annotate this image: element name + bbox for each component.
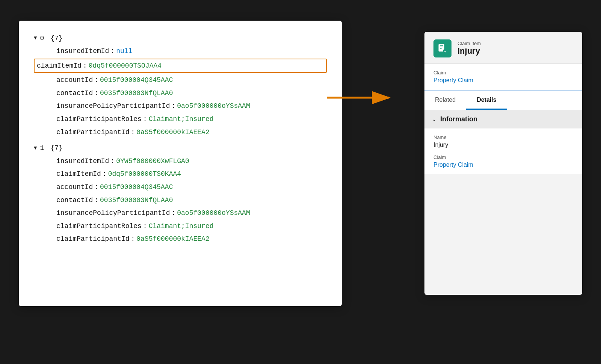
chevron-down-icon: ⌄ — [432, 116, 436, 122]
claim-item-icon: + — [433, 39, 452, 57]
svg-rect-4 — [440, 47, 443, 47]
field-claimItemId-1: claimItemId : 0dq5f000000TS0KAA4 — [34, 168, 327, 181]
bracket-0: {7} — [50, 33, 62, 44]
item-0-header: ▼ 0 {7} — [34, 32, 327, 45]
claim-section: Claim Property Claim — [424, 63, 582, 90]
svg-rect-3 — [440, 45, 443, 46]
bracket-1: {7} — [50, 142, 62, 154]
val-claimItemId-0: 0dq5f000000TSOJAA4 — [89, 60, 162, 72]
field-contactId-1: contactId : 0035f000003NfQLAA0 — [34, 194, 327, 207]
claim-field-label: Claim — [433, 70, 573, 76]
svg-rect-5 — [440, 48, 442, 48]
panel-title-block: Claim Item Injury — [458, 41, 481, 56]
field-claimParticipantRoles-0: claimParticipantRoles : Claimant;Insured — [34, 113, 327, 126]
val-contactId-1: 0035f000003NfQLAA0 — [100, 195, 173, 206]
name-field-value: Injury — [433, 142, 573, 148]
index-1: 1 — [40, 142, 47, 154]
val-claimItemId-1: 0dq5f000000TS0KAA4 — [108, 168, 181, 180]
val-claimParticipantRoles-0: Claimant;Insured — [149, 113, 214, 125]
claim-field-label-body: Claim — [433, 154, 573, 160]
val-insurancePolicyParticipantId-1: 0ao5f000000oYSsAAM — [177, 207, 250, 219]
key-claimParticipantId-1: claimParticipantId — [56, 233, 129, 245]
expand-arrow-0[interactable]: ▼ — [34, 34, 37, 43]
val-claimParticipantId-1: 0aS5f000000kIAEEA2 — [136, 233, 209, 245]
val-accountId-1: 0015f000004Q345AAC — [100, 181, 173, 193]
key-insuredItemId-1: insuredItemId — [56, 156, 109, 167]
key-claimParticipantId-0: claimParticipantId — [56, 127, 129, 138]
claim-link-body[interactable]: Property Claim — [433, 162, 473, 168]
field-insurancePolicyParticipantId-0: insurancePolicyParticipantId : 0ao5f0000… — [34, 100, 327, 113]
key-insurancePolicyParticipantId-1: insurancePolicyParticipantId — [56, 207, 170, 219]
field-accountId-1: accountId : 0015f000004Q345AAC — [34, 181, 327, 194]
claim-link-top[interactable]: Property Claim — [433, 77, 473, 83]
claim-item-svg-icon: + — [437, 43, 448, 54]
field-claimParticipantRoles-1: claimParticipantRoles : Claimant;Insured — [34, 220, 327, 233]
key-claimParticipantRoles-0: claimParticipantRoles — [56, 113, 142, 125]
key-accountId-0: accountId — [56, 74, 93, 86]
field-claimItemId-0-highlighted: claimItemId : 0dq5f000000TSOJAA4 — [34, 59, 327, 73]
side-panel: + Claim Item Injury Claim Property Claim… — [424, 32, 582, 295]
field-contactId-0: contactId : 0035f000003NfQLAA0 — [34, 87, 327, 100]
info-header[interactable]: ⌄ Information — [424, 110, 582, 128]
name-field-label: Name — [433, 134, 573, 140]
key-accountId-1: accountId — [56, 181, 93, 193]
field-claimParticipantId-0: claimParticipantId : 0aS5f000000kIAEEA2 — [34, 126, 327, 139]
val-insuredItemId-0: null — [116, 45, 132, 57]
key-claimParticipantRoles-1: claimParticipantRoles — [56, 221, 142, 232]
svg-text:+: + — [444, 50, 446, 53]
val-accountId-0: 0015f000004Q345AAC — [100, 74, 173, 86]
field-insuredItemId-0: insuredItemId : null — [34, 45, 327, 58]
json-panel: ▼ 0 {7} insuredItemId : null claimItemId… — [19, 21, 342, 306]
val-claimParticipantId-0: 0aS5f000000kIAEEA2 — [136, 127, 209, 138]
tabs-row: Related Details — [424, 91, 582, 110]
index-0: 0 — [40, 33, 47, 44]
key-insuredItemId-0: insuredItemId — [56, 45, 109, 57]
field-claimParticipantId-1: claimParticipantId : 0aS5f000000kIAEEA2 — [34, 233, 327, 246]
tab-related[interactable]: Related — [424, 91, 466, 110]
field-accountId-0: accountId : 0015f000004Q345AAC — [34, 74, 327, 87]
val-claimParticipantRoles-1: Claimant;Insured — [149, 221, 214, 232]
key-claimItemId-0: claimItemId — [37, 60, 82, 72]
item-1-header: ▼ 1 {7} — [34, 142, 327, 155]
panel-label: Claim Item — [458, 41, 481, 46]
key-insurancePolicyParticipantId-0: insurancePolicyParticipantId — [56, 100, 170, 112]
panel-header: + Claim Item Injury — [424, 32, 582, 63]
key-contactId-0: contactId — [56, 88, 93, 99]
val-insurancePolicyParticipantId-0: 0ao5f000000oYSsAAM — [177, 100, 250, 112]
expand-arrow-1[interactable]: ▼ — [34, 144, 37, 153]
info-section: ⌄ Information Name Injury Claim Property… — [424, 110, 582, 174]
key-claimItemId-1: claimItemId — [56, 168, 101, 180]
key-contactId-1: contactId — [56, 195, 93, 206]
arrow-annotation — [323, 86, 398, 109]
field-insuredItemId-1: insuredItemId : 0YW5f000000XwFLGA0 — [34, 155, 327, 168]
val-insuredItemId-1: 0YW5f000000XwFLGA0 — [116, 156, 189, 167]
val-contactId-0: 0035f000003NfQLAA0 — [100, 88, 173, 99]
info-body: Name Injury Claim Property Claim — [424, 128, 582, 174]
tab-details[interactable]: Details — [466, 91, 507, 110]
field-insurancePolicyParticipantId-1: insurancePolicyParticipantId : 0ao5f0000… — [34, 207, 327, 220]
panel-title: Injury — [458, 46, 481, 56]
scene: ▼ 0 {7} insuredItemId : null claimItemId… — [19, 21, 582, 344]
info-section-title: Information — [440, 115, 477, 123]
